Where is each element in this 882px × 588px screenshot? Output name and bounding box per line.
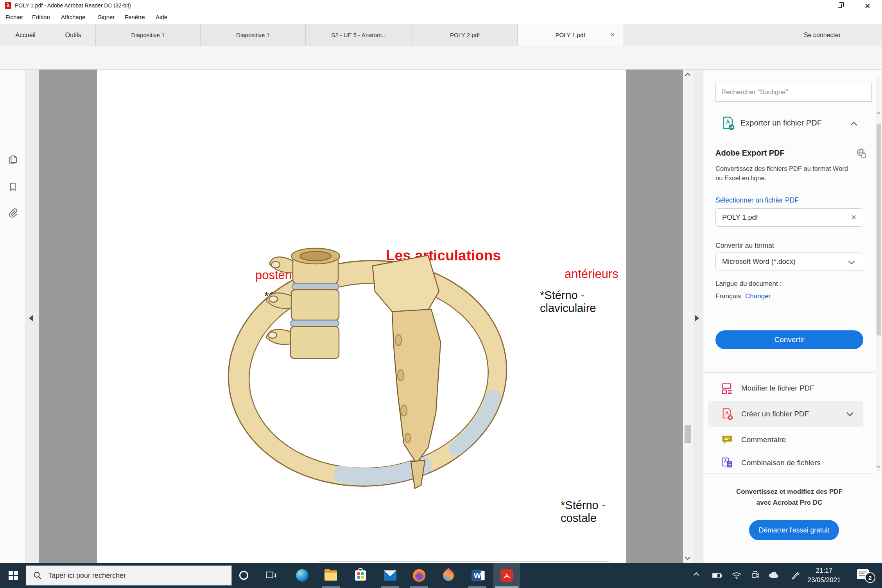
close-button[interactable]: ✕ [859,0,877,12]
tool-edit-pdf[interactable]: Modifier le fichier PDF [708,375,863,401]
edge-icon [296,569,308,582]
file-explorer-icon [324,570,337,581]
panel-search-input[interactable] [715,83,872,102]
taskbar-word[interactable]: W [464,563,491,588]
restore-icon [838,4,842,8]
restore-button[interactable] [831,0,849,12]
tab-diapositive-1b[interactable]: Diapositive 1 [200,24,305,46]
start-button[interactable] [5,568,21,583]
taskbar-clock[interactable]: 21:17 23/05/2021 [800,566,849,585]
tab-diapositive-1a[interactable]: Diapositive 1 [95,24,200,46]
menu-affichage[interactable]: Affichage [59,11,88,24]
tab-poly-1-label: POLY 1.pdf [555,32,585,38]
export-pdf-icon [721,116,735,130]
menu-bar: Fichier Edition Affichage Signer Fenêtre… [0,11,882,24]
slide-item-sterno-costale: *Stérno - costale [561,499,626,525]
onedrive-icon[interactable] [768,570,779,581]
open-app-indicator [410,586,428,588]
online-service-icon [855,148,867,160]
cortana-icon[interactable] [239,571,248,580]
create-pdf-icon [721,408,733,420]
windows-logo-icon [9,571,18,580]
tab-poly-2[interactable]: POLY 2.pdf [412,24,517,46]
convert-format-label: Convertir au format [715,242,774,250]
tool-label: Commentaire [741,427,786,453]
task-view-icon[interactable] [266,571,276,580]
tool-label: Modifier le fichier PDF [741,375,814,401]
acrobat-app-icon: λ [5,2,11,9]
selected-file-field[interactable]: POLY 1.pdf [715,208,863,227]
panel-scrollbar-thumb[interactable] [877,124,881,335]
collapse-right-arrow[interactable] [695,315,699,321]
taskbar-paint3d[interactable] [435,563,462,588]
combine-files-icon [721,457,733,469]
word-icon: W [471,570,483,581]
acrobat-window: λ POLY 1.pdf - Adobe Acrobat Reader DC (… [0,0,882,588]
tab-close-icon[interactable]: × [608,31,617,39]
battery-icon[interactable] [712,570,722,581]
collapse-left-arrow[interactable] [29,315,33,321]
document-scrollbar[interactable] [683,70,693,563]
scrollbar-thumb[interactable] [685,425,691,443]
main-toolbar: 138 / 184 99,8% [0,46,882,70]
search-icon [33,571,42,580]
convert-button[interactable]: Convertir [715,330,863,349]
minimize-button[interactable] [804,0,822,12]
meet-now-icon[interactable] [750,570,761,581]
close-icon: ✕ [864,2,871,11]
format-select[interactable]: Microsoft Word (*.docx) [715,253,863,271]
taskbar-microsoft-store[interactable] [347,563,374,588]
taskbar-search-input[interactable] [26,565,232,586]
acrobat-reader-icon [500,569,513,582]
tab-s2-ue5[interactable]: S2 - UE 5 - Anatom... [305,24,412,46]
taskbar-edge[interactable] [289,563,316,588]
menu-fenetre[interactable]: Fenêtre [122,11,147,24]
start-trial-button[interactable]: Démarrer l'essai gratuit [749,520,839,540]
export-panel-header[interactable]: Exporter un fichier PDF [740,114,822,131]
slide-item-sterno-claviculaire: *Stérno - claviculaire [540,289,626,315]
tab-outils[interactable]: Outils [51,24,95,46]
tab-poly-1-active[interactable]: POLY 1.pdf [517,24,623,46]
slide-divider-line [319,561,609,562]
anatomy-illustration [217,244,518,495]
tool-combine-files[interactable]: Combinaison de fichiers [708,453,863,473]
wifi-icon[interactable] [731,570,742,581]
minimize-icon [810,6,816,6]
tool-comment[interactable]: Commentaire [708,427,863,453]
tray-date: 23/05/2021 [800,575,849,585]
taskbar-acrobat[interactable] [493,563,520,588]
panel-separator [703,372,875,373]
notification-badge: 2 [865,572,875,583]
tab-bar: Accueil Outils Diapositive 1 Diapositive… [0,24,882,46]
taskbar-firefox[interactable] [406,563,432,588]
panel-separator [703,473,875,473]
language-label: Langue du document : [715,280,782,288]
select-file-link[interactable]: Sélectionner un fichier PDF [715,196,799,204]
bookmarks-icon[interactable] [7,181,18,192]
comment-icon [721,434,733,446]
paint-3d-icon [441,568,456,583]
taskbar-file-explorer[interactable] [317,563,344,588]
firefox-icon [413,569,425,582]
slide-heading-anterieurs: antérieurs [565,267,618,281]
taskbar-mail[interactable] [377,563,403,588]
page-thumbnails-icon[interactable] [7,154,18,165]
edit-pdf-icon [721,382,733,394]
language-value: Français [715,292,741,300]
menu-fichier[interactable]: Fichier [3,11,25,24]
windows-ink-icon[interactable] [790,570,801,581]
open-app-indicator [468,586,486,588]
language-change-link[interactable]: Changer [745,292,771,300]
export-description: Convertissez des fichiers PDF au format … [715,164,852,183]
menu-signer[interactable]: Signer [95,11,117,24]
clear-file-icon[interactable]: × [849,213,859,222]
sign-in-link[interactable]: Se connecter [804,24,841,46]
tab-accueil[interactable]: Accueil [0,24,51,46]
menu-aide[interactable]: Aide [153,11,170,24]
attachments-icon[interactable] [7,207,18,218]
promo-text-line1: Convertissez et modifiez des PDF [703,488,876,496]
tool-create-pdf[interactable]: Créer un fichier PDF [708,401,863,427]
menu-edition[interactable]: Edition [30,11,52,24]
mail-icon [384,570,396,581]
window-title: POLY 1.pdf - Adobe Acrobat Reader DC (32… [15,0,131,11]
